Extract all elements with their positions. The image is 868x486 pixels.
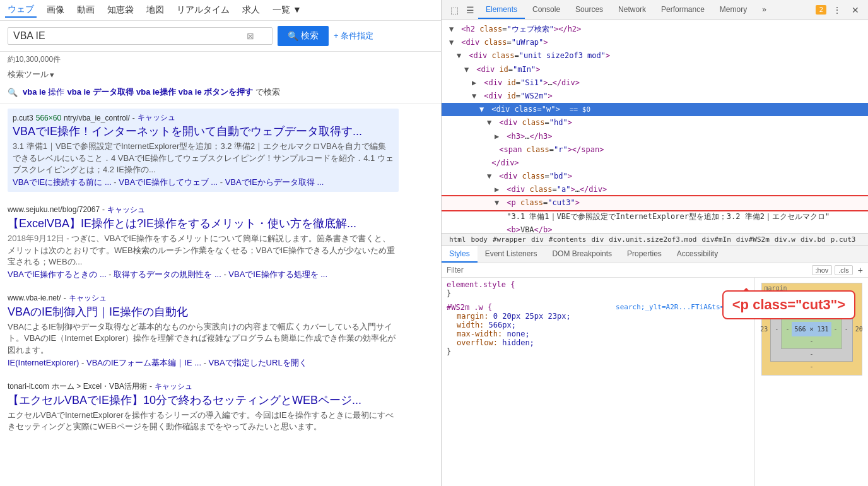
breadcrumb-divbd[interactable]: div.bd xyxy=(798,235,828,244)
result-cache-1[interactable]: キャッシュ xyxy=(138,112,175,123)
device-toggle-button[interactable]: ☰ xyxy=(462,3,478,18)
related-search-3[interactable]: vba ie操作 xyxy=(136,86,176,98)
dom-line[interactable]: ▼ <div class="unit size2of3 mod"> xyxy=(442,49,868,62)
breadcrumb-wrapper[interactable]: #wrapper xyxy=(490,235,529,244)
dom-line[interactable]: </div> xyxy=(442,157,868,170)
dom-line[interactable]: "3.1 準備1｜VBEで参照設定でInternetExplorer型を追加；3… xyxy=(442,210,868,223)
devtools-close-button[interactable]: ✕ xyxy=(848,3,863,18)
nav-images[interactable]: 画像 xyxy=(44,3,67,17)
warning-badge: 2 xyxy=(816,5,826,15)
nav-more[interactable]: 一覧 ▼ xyxy=(270,3,304,17)
dom-line[interactable]: ▼ <div class="bd"> xyxy=(442,170,868,183)
breadcrumb-html[interactable]: html xyxy=(447,235,469,244)
dom-line[interactable]: ▶ <div id="Si1">…</div> xyxy=(442,76,868,90)
result-sublink-1a[interactable]: VBAでIEに接続する前に ... xyxy=(13,177,112,187)
result-title-4[interactable]: 【エクセルVBAでIE操作】10分で終わるセッティングとWEBページ... xyxy=(8,393,399,408)
result-cache-3[interactable]: キャッシュ xyxy=(69,293,107,304)
dom-line[interactable]: ▼ <div id="WS2m"> xyxy=(442,90,868,103)
dom-line[interactable]: ▼ <div class="uWrap"> xyxy=(442,36,868,49)
dom-line[interactable]: <span class="r"></span> xyxy=(442,143,868,157)
nav-map[interactable]: 地図 xyxy=(144,3,167,17)
padding-bottom: - xyxy=(809,338,813,345)
search-tools: 検索ツール ▾ xyxy=(0,68,441,84)
tab-elements[interactable]: Elements xyxy=(478,1,525,19)
margin-right: 20 xyxy=(855,326,863,333)
result-sublink-1c[interactable]: VBAでIEからデータ取得 ... xyxy=(225,177,324,187)
tab-event-listeners[interactable]: Event Listeners xyxy=(478,246,545,263)
hov-button[interactable]: :hov xyxy=(812,265,833,275)
tab-styles[interactable]: Styles xyxy=(442,246,478,263)
result-sublink-2c[interactable]: VBAでIE操作する処理を ... xyxy=(228,270,327,279)
result-sublink-2a[interactable]: VBAでIE操作するときの ... xyxy=(8,270,107,279)
related-search-2[interactable]: vba ie データ取得 xyxy=(67,86,133,98)
related-search-1[interactable]: vba ie 操作 xyxy=(23,86,64,98)
tab-more[interactable]: » xyxy=(754,1,774,19)
result-sublink-3b[interactable]: VBAのIEフォーム基本編｜IE ... xyxy=(86,358,201,367)
nav-video[interactable]: 動画 xyxy=(74,3,97,17)
styles-tabs: Styles Event Listeners DOM Breakpoints P… xyxy=(442,246,868,263)
search-input[interactable] xyxy=(13,30,247,42)
nav-jobs[interactable]: 求人 xyxy=(240,3,262,17)
dom-line[interactable]: <b>VBA</b> xyxy=(442,223,868,233)
inspect-element-button[interactable]: ⬚ xyxy=(447,3,462,18)
tab-sources[interactable]: Sources xyxy=(568,1,611,19)
breadcrumb-divw[interactable]: div.w xyxy=(772,235,798,244)
result-size-1: 566×60 xyxy=(36,114,61,122)
result-snippet-1: 3.1 準備1｜VBEで参照設定でInternetExplorer型を追加；3.… xyxy=(13,141,394,175)
dom-line-selected[interactable]: ▼ <div class="w"> == $0 xyxy=(442,103,868,116)
result-domain-1: p.cut3 xyxy=(13,114,33,122)
styles-filter-input[interactable] xyxy=(447,266,807,275)
result-sublink-2b[interactable]: 取得するデータの規則性を ... xyxy=(114,270,221,279)
result-sublink-1b[interactable]: VBAでIE操作してウェブ ... xyxy=(119,177,218,187)
dom-line[interactable]: ▼ <div id="mIn"> xyxy=(442,63,868,76)
tab-performance[interactable]: Performance xyxy=(654,1,712,19)
breadcrumb-min[interactable]: div#mIn xyxy=(699,235,733,244)
breadcrumb-div2[interactable]: div xyxy=(589,235,606,244)
result-title-2[interactable]: 【ExcelVBA】IE操作とは?IE操作をするメリット・使い方を徹底解... xyxy=(8,216,399,231)
result-title-1[interactable]: VBAでIE操作！インターネットを開いて自動でウェブデータ取得す... xyxy=(13,124,394,139)
result-breadcrumb-4: ホーム > Excel・VBA活用術 xyxy=(52,381,147,392)
devtools-settings-button[interactable]: ⋮ xyxy=(829,3,845,18)
result-title-3[interactable]: VBAのIE制御入門｜IE操作の自動化 xyxy=(8,305,399,319)
tab-memory[interactable]: Memory xyxy=(712,1,754,19)
nav-realtime[interactable]: リアルタイム xyxy=(174,3,232,17)
tab-accessibility[interactable]: Accessibility xyxy=(669,246,725,263)
breadcrumb-contents[interactable]: #contents xyxy=(546,235,589,244)
result-domain-2: www.sejuku.net/blog/72067 xyxy=(8,205,100,214)
breadcrumb-unit[interactable]: div.unit.size2of3.mod xyxy=(606,235,699,244)
cls-button[interactable]: .cls xyxy=(835,265,853,275)
box-model-content: 566 × 131 xyxy=(792,322,831,336)
dom-line-cut3[interactable]: ▼ <p class="cut3"> xyxy=(442,196,868,210)
result-cache-2[interactable]: キャッシュ xyxy=(107,204,145,215)
result-cache-4[interactable]: キャッシュ xyxy=(155,381,192,392)
search-icon: 🔍 xyxy=(288,31,298,41)
nav-web[interactable]: ウェブ xyxy=(5,3,37,18)
result-sublink-3a[interactable]: IE(InternetExplorer) xyxy=(8,358,79,367)
breadcrumb-body[interactable]: body xyxy=(469,235,491,244)
nav-chiebukuro[interactable]: 知恵袋 xyxy=(105,3,136,17)
tab-dom-breakpoints[interactable]: DOM Breakpoints xyxy=(544,246,619,263)
add-style-rule-button[interactable]: + xyxy=(858,265,863,275)
border-right: - xyxy=(845,326,848,333)
related-search-4[interactable]: vba ie ボタンを押す xyxy=(179,86,253,98)
dom-line[interactable]: ▶ <h3>…</h3> xyxy=(442,130,868,143)
result-domain-3: www.vba-ie.net/ xyxy=(8,293,61,302)
tooltip-cut3: <p class="cut3"> xyxy=(722,290,855,319)
breadcrumb-ws2m[interactable]: div#WS2m xyxy=(734,235,772,244)
styles-panel: Styles Event Listeners DOM Breakpoints P… xyxy=(442,246,868,486)
dom-line[interactable]: ▼ <h2 class="ウェブ検索"></h2> xyxy=(442,23,868,36)
css-rule-ws2m: #WS2m .w { search;_ylt=A2R...FTiA&ts=128… xyxy=(447,303,749,356)
condition-button[interactable]: + 条件指定 xyxy=(334,30,373,42)
top-navigation: ウェブ 画像 動画 知恵袋 地図 リアルタイム 求人 一覧 ▼ xyxy=(0,0,441,21)
dom-line[interactable]: ▶ <div class="a">…</div> xyxy=(442,183,868,196)
search-button[interactable]: 🔍 検索 xyxy=(278,26,329,46)
tab-properties[interactable]: Properties xyxy=(619,246,669,263)
tab-network[interactable]: Network xyxy=(611,1,654,19)
breadcrumb-pcut3[interactable]: p.cut3 xyxy=(828,235,859,244)
border-left: - xyxy=(775,326,778,333)
breadcrumb-div1[interactable]: div xyxy=(529,235,546,244)
dom-line[interactable]: ▼ <div class="hd"> xyxy=(442,116,868,129)
result-sublink-3c[interactable]: VBAで指定したURLを開く xyxy=(209,358,307,367)
search-tools-button[interactable]: 検索ツール ▾ xyxy=(8,69,54,80)
tab-console[interactable]: Console xyxy=(525,1,568,19)
